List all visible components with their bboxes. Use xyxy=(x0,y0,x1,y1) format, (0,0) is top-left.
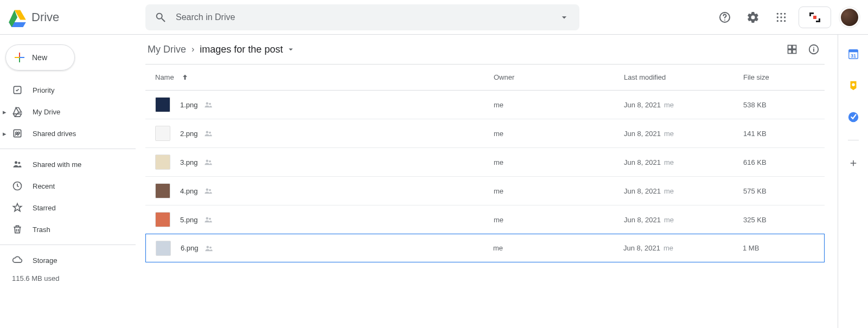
svg-point-14 xyxy=(16,132,17,134)
google-apps-icon[interactable] xyxy=(770,7,792,28)
breadcrumb-root[interactable]: My Drive xyxy=(145,42,188,57)
file-name: 5.png xyxy=(180,216,198,224)
shared-icon xyxy=(203,186,213,196)
sidebar-item-my-drive[interactable]: ▸ My Drive xyxy=(0,101,130,123)
sidebar-item-priority[interactable]: Priority xyxy=(0,79,130,101)
sidebar-item-storage[interactable]: Storage xyxy=(0,249,130,271)
search-icon[interactable] xyxy=(150,7,171,28)
shared-icon xyxy=(203,157,213,167)
my-drive-icon xyxy=(12,106,23,117)
get-addons-icon[interactable] xyxy=(843,152,864,174)
header: Drive xyxy=(0,0,868,35)
drive-logo-icon xyxy=(7,7,28,28)
column-owner[interactable]: Owner xyxy=(494,73,624,81)
svg-point-15 xyxy=(18,132,20,134)
search-input[interactable] xyxy=(171,12,553,22)
chevron-right-icon: › xyxy=(188,44,197,54)
sidebar-item-shared-drives[interactable]: ▸ Shared drives xyxy=(0,123,130,144)
sidebar-item-shared-with-me[interactable]: Shared with me xyxy=(0,153,130,175)
sidebar-item-recent[interactable]: Recent xyxy=(0,175,130,197)
svg-point-1 xyxy=(724,20,725,21)
storage-used: 115.6 MB used xyxy=(0,274,136,282)
svg-point-6 xyxy=(780,16,782,18)
shared-icon xyxy=(203,215,213,224)
grid-view-icon[interactable] xyxy=(781,38,803,60)
search-options-dropdown-icon[interactable] xyxy=(553,7,575,28)
priority-icon xyxy=(12,85,23,95)
file-size: 538 KB xyxy=(743,101,825,109)
expand-caret-icon[interactable]: ▸ xyxy=(3,108,7,116)
svg-rect-20 xyxy=(793,46,796,49)
screen-record-icon[interactable] xyxy=(799,7,831,28)
file-name: 4.png xyxy=(180,187,198,195)
settings-icon[interactable] xyxy=(742,7,764,28)
starred-icon xyxy=(12,202,23,213)
svg-point-5 xyxy=(777,16,778,18)
dropdown-caret-icon xyxy=(286,44,296,54)
plus-icon xyxy=(15,53,24,62)
svg-point-27 xyxy=(209,132,211,134)
file-thumbnail xyxy=(156,241,171,256)
file-owner: me xyxy=(494,158,624,166)
file-owner: me xyxy=(494,216,624,224)
table-row[interactable]: 2.png me Jun 8, 2021 me 141 KB xyxy=(145,119,825,148)
breadcrumb-current[interactable]: images for the post xyxy=(197,42,298,57)
keep-app-icon[interactable] xyxy=(843,75,864,97)
sidebar-item-label: Priority xyxy=(33,86,54,94)
shared-drives-icon xyxy=(12,128,23,139)
account-avatar[interactable] xyxy=(840,8,859,27)
svg-point-2 xyxy=(777,12,778,14)
calendar-app-icon[interactable]: 31 xyxy=(843,43,864,65)
divider xyxy=(0,149,136,149)
app-name: Drive xyxy=(31,10,59,24)
sidebar-item-label: My Drive xyxy=(33,108,60,116)
file-size: 575 KB xyxy=(743,187,825,195)
file-name: 6.png xyxy=(181,244,199,252)
sidebar-item-label: Recent xyxy=(33,182,55,190)
svg-point-28 xyxy=(206,160,208,163)
svg-point-9 xyxy=(780,20,782,22)
breadcrumb-current-label: images for the post xyxy=(200,44,283,55)
support-icon[interactable] xyxy=(714,7,736,28)
drive-logo-link[interactable]: Drive xyxy=(0,7,136,28)
table-row[interactable]: 5.png me Jun 8, 2021 me 325 KB xyxy=(145,205,825,234)
file-size: 616 KB xyxy=(743,158,825,166)
file-modified-by: me xyxy=(664,130,674,138)
svg-rect-22 xyxy=(793,50,796,54)
column-name[interactable]: Name xyxy=(155,73,494,82)
table-row[interactable]: 3.png me Jun 8, 2021 me 616 KB xyxy=(145,148,825,177)
file-name: 1.png xyxy=(180,101,198,109)
svg-rect-37 xyxy=(848,50,858,53)
sidebar: New Priority ▸ My Drive ▸ Shared drives xyxy=(0,35,136,328)
expand-caret-icon[interactable]: ▸ xyxy=(3,130,7,138)
file-modified-date: Jun 8, 2021 xyxy=(624,216,661,224)
file-modified-date: Jun 8, 2021 xyxy=(624,158,661,166)
svg-point-31 xyxy=(209,189,211,191)
svg-point-4 xyxy=(784,12,786,14)
table-header: Name Owner Last modified File size xyxy=(145,65,825,91)
file-thumbnail xyxy=(155,212,170,227)
new-button[interactable]: New xyxy=(5,44,75,70)
svg-text:31: 31 xyxy=(850,53,856,59)
sidebar-item-trash[interactable]: Trash xyxy=(0,218,130,240)
svg-point-30 xyxy=(206,189,208,191)
table-row[interactable]: 6.png me Jun 8, 2021 me 1 MB xyxy=(145,234,825,262)
svg-point-17 xyxy=(18,162,20,164)
table-row[interactable]: 4.png me Jun 8, 2021 me 575 KB xyxy=(145,177,825,205)
svg-point-35 xyxy=(209,246,212,248)
column-modified[interactable]: Last modified xyxy=(624,73,743,81)
file-owner: me xyxy=(494,187,624,195)
svg-rect-19 xyxy=(788,46,792,49)
file-owner: me xyxy=(494,101,624,109)
view-details-icon[interactable] xyxy=(803,38,825,60)
sidebar-item-starred[interactable]: Starred xyxy=(0,197,130,218)
file-thumbnail xyxy=(155,97,170,112)
svg-rect-21 xyxy=(788,50,792,54)
column-size[interactable]: File size xyxy=(743,73,825,81)
new-button-label: New xyxy=(32,53,47,62)
shared-icon xyxy=(203,100,213,110)
shared-icon xyxy=(204,243,214,253)
table-row[interactable]: 1.png me Jun 8, 2021 me 538 KB xyxy=(145,91,825,119)
tasks-app-icon[interactable] xyxy=(843,106,864,128)
file-name: 2.png xyxy=(180,130,198,138)
